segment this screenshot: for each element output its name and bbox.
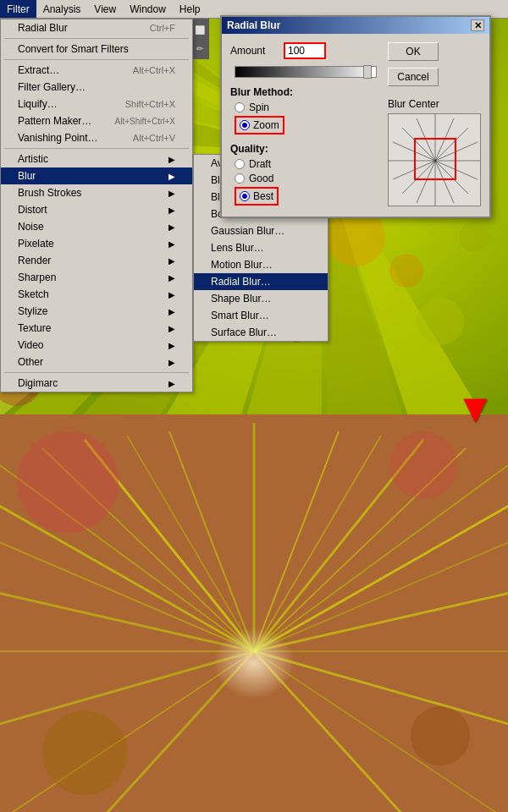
quality-group: Draft Good Best <box>235 158 381 206</box>
arrow-icon-distort: ▶ <box>168 206 175 215</box>
dialog-body: Amount Blur Method: Spin Zoom <box>222 34 489 217</box>
dialog-close-button[interactable]: ✕ <box>471 19 484 31</box>
blur-center-selection[interactable] <box>414 138 456 180</box>
svg-point-52 <box>186 592 322 710</box>
blur-method-group: Spin Zoom <box>235 102 381 134</box>
spin-radio-row: Spin <box>235 102 381 113</box>
blur-center-label: Blur Center <box>388 98 481 110</box>
arrow-icon-sketch: ▶ <box>168 290 175 299</box>
menu-item-extract[interactable]: Extract… Alt+Ctrl+X <box>1 62 192 79</box>
menu-help[interactable]: Help <box>173 0 207 18</box>
arrow-icon-noise: ▶ <box>168 222 175 232</box>
arrow-icon-other: ▶ <box>168 358 175 367</box>
amount-row: Amount <box>230 42 381 59</box>
zoom-radio[interactable] <box>240 120 250 130</box>
menu-item-vanishing-point[interactable]: Vanishing Point… Alt+Ctrl+V <box>1 129 192 146</box>
dialog-title: Radial Blur <box>227 19 280 31</box>
menu-item-radial-blur[interactable]: Radial Blur Ctrl+F <box>1 19 192 36</box>
menu-item-texture[interactable]: Texture ▶ <box>1 320 192 337</box>
separator-3 <box>4 148 189 149</box>
zoom-label: Zoom <box>253 119 279 131</box>
draft-radio[interactable] <box>235 159 245 169</box>
submenu-radial-blur[interactable]: Radial Blur… <box>194 273 328 290</box>
arrow-icon-stylize: ▶ <box>168 307 175 316</box>
submenu-surface-blur[interactable]: Surface Blur… <box>194 324 328 341</box>
menu-item-distort[interactable]: Distort ▶ <box>1 201 192 218</box>
ps-toolbar: ⬜ ✏ <box>190 19 209 59</box>
menu-help-label: Help <box>179 3 201 15</box>
cancel-button[interactable]: Cancel <box>388 68 439 86</box>
dialog-controls: Amount Blur Method: Spin Zoom <box>230 42 381 208</box>
menu-item-noise[interactable]: Noise ▶ <box>1 218 192 235</box>
blur-method-label: Blur Method: <box>230 86 381 98</box>
submenu-shape-blur[interactable]: Shape Blur… <box>194 290 328 307</box>
menu-item-liquify[interactable]: Liquify… Shift+Ctrl+X <box>1 96 192 112</box>
tool-icon[interactable]: ⬜ <box>191 21 208 38</box>
menu-window-label: Window <box>130 3 166 15</box>
menu-item-sharpen[interactable]: Sharpen ▶ <box>1 269 192 286</box>
svg-point-24 <box>417 298 464 345</box>
tool-icon-2[interactable]: ✏ <box>191 40 208 57</box>
menu-item-other[interactable]: Other ▶ <box>1 354 192 370</box>
filter-dropdown: Radial Blur Ctrl+F Convert for Smart Fil… <box>0 19 193 392</box>
menu-item-sketch[interactable]: Sketch ▶ <box>1 286 192 303</box>
separator-4 <box>4 372 189 373</box>
best-selected-indicator: Best <box>235 187 279 206</box>
zoom-radio-row: Zoom <box>235 116 381 134</box>
spin-radio[interactable] <box>235 102 245 112</box>
amount-slider[interactable] <box>235 66 377 78</box>
menu-view-label: View <box>94 3 116 15</box>
menu-analysis[interactable]: Analysis <box>36 0 88 18</box>
amount-input[interactable] <box>284 42 326 59</box>
menu-item-pixelate[interactable]: Pixelate ▶ <box>1 235 192 252</box>
arrow-icon: ▶ <box>168 155 175 164</box>
good-label: Good <box>249 173 273 184</box>
arrow-icon-brush: ▶ <box>168 189 175 198</box>
menu-item-digimarc[interactable]: Digimarc ▶ <box>1 375 192 392</box>
menu-item-video[interactable]: Video ▶ <box>1 337 192 354</box>
submenu-motion-blur[interactable]: Motion Blur… <box>194 256 328 273</box>
dialog-titlebar: Radial Blur ✕ <box>222 17 489 34</box>
submenu-gaussian-blur[interactable]: Gaussian Blur… <box>194 222 328 239</box>
good-radio[interactable] <box>235 173 245 184</box>
arrow-icon-digimarc: ▶ <box>168 379 175 388</box>
arrow-icon-blur: ▶ <box>168 172 175 181</box>
svg-point-25 <box>459 222 489 252</box>
blur-center-preview[interactable] <box>388 113 481 206</box>
zoom-selected-indicator: Zoom <box>235 116 284 134</box>
menu-item-render[interactable]: Render ▶ <box>1 252 192 269</box>
best-radio-row: Best <box>235 187 381 206</box>
menu-item-convert[interactable]: Convert for Smart Filters <box>1 41 192 58</box>
slider-thumb <box>363 65 372 79</box>
menu-filter-label: Filter <box>7 3 30 15</box>
arrow-icon-render: ▶ <box>168 256 175 266</box>
down-arrow-indicator: ▼ <box>455 385 495 431</box>
spin-label: Spin <box>249 102 269 113</box>
arrow-icon-pixelate: ▶ <box>168 239 175 249</box>
good-radio-row: Good <box>235 173 381 184</box>
svg-point-55 <box>42 710 127 795</box>
menu-view[interactable]: View <box>87 0 123 18</box>
ok-button[interactable]: OK <box>388 42 439 61</box>
menu-item-filter-gallery[interactable]: Filter Gallery… <box>1 79 192 96</box>
menu-item-stylize[interactable]: Stylize ▶ <box>1 303 192 320</box>
best-radio[interactable] <box>240 191 250 201</box>
menu-item-artistic[interactable]: Artistic ▶ <box>1 151 192 167</box>
menu-item-pattern-maker[interactable]: Pattern Maker… Alt+Shift+Ctrl+X <box>1 112 192 129</box>
radial-blur-dialog: Radial Blur ✕ Amount Blur Method: Spin <box>220 15 491 218</box>
submenu-smart-blur[interactable]: Smart Blur… <box>194 307 328 324</box>
submenu-lens-blur[interactable]: Lens Blur… <box>194 239 328 256</box>
quality-label: Quality: <box>230 143 381 155</box>
arrow-icon-texture: ▶ <box>168 324 175 333</box>
arrow-icon-sharpen: ▶ <box>168 273 175 283</box>
menu-filter[interactable]: Filter <box>0 0 36 18</box>
svg-point-21 <box>389 254 423 288</box>
separator-1 <box>4 38 189 39</box>
amount-label: Amount <box>230 45 277 57</box>
menu-window[interactable]: Window <box>123 0 173 18</box>
best-label: Best <box>253 190 273 202</box>
svg-point-56 <box>411 706 470 765</box>
menu-item-blur[interactable]: Blur ▶ <box>1 167 192 184</box>
svg-point-54 <box>389 431 457 499</box>
menu-item-brush-strokes[interactable]: Brush Strokes ▶ <box>1 184 192 201</box>
